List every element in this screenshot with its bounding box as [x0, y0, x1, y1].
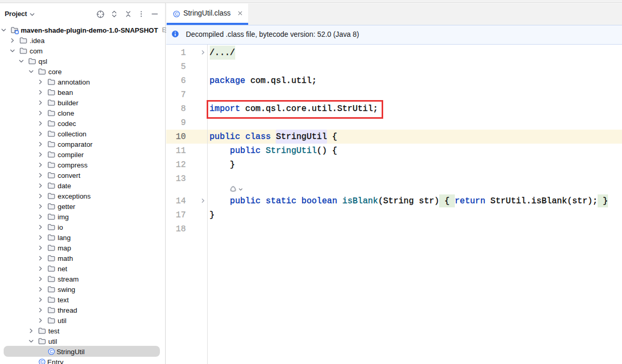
- svg-text:C: C: [175, 11, 179, 17]
- svg-text:C: C: [50, 349, 53, 354]
- svg-text:C: C: [40, 359, 44, 364]
